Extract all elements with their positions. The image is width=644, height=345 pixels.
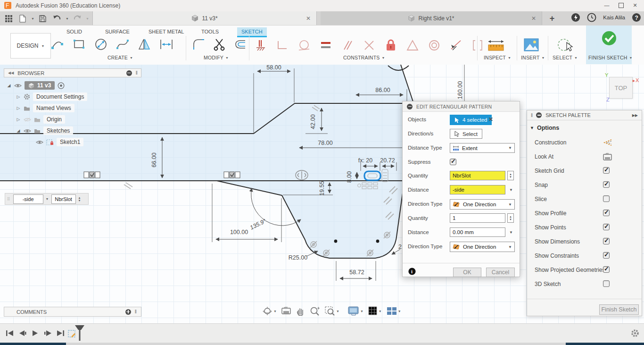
- collapsed-triangle-icon[interactable]: ▷: [16, 94, 21, 99]
- dim-mid-width[interactable]: 78.00: [318, 140, 332, 146]
- tangent-constraint-icon[interactable]: [298, 39, 310, 51]
- group-insert[interactable]: INSERT▼: [521, 55, 545, 60]
- maximize-button[interactable]: [614, 0, 628, 10]
- sketch-dimension-tool-icon[interactable]: [159, 38, 173, 51]
- show-constraints-checkbox[interactable]: [603, 252, 610, 259]
- dialog-minimize-icon[interactable]: [407, 104, 413, 109]
- group-select[interactable]: SELECT▼: [553, 55, 578, 60]
- dim-left-height[interactable]: 66.00: [151, 152, 157, 167]
- show-points-checkbox[interactable]: [603, 224, 610, 230]
- redo-icon[interactable]: [72, 13, 83, 24]
- clear-selection-icon[interactable]: ✕: [488, 116, 493, 123]
- sketch-canvas-area[interactable]: 58.00 86.00 160.00 42.00 78.00 66.00 19.…: [0, 65, 644, 323]
- lock-constraint-icon[interactable]: [385, 39, 397, 52]
- group-constraints[interactable]: CONSTRAINTS▼: [343, 55, 385, 60]
- equal-constraint-icon[interactable]: [320, 39, 332, 51]
- doc-tab-close-icon[interactable]: ✕: [531, 15, 536, 22]
- viewcube-face-label[interactable]: TOP: [615, 84, 627, 92]
- expand-triangle-icon[interactable]: ◢: [16, 128, 21, 133]
- user-name[interactable]: Kais Alila: [603, 15, 625, 20]
- rectangle-tool-icon[interactable]: [73, 38, 86, 51]
- collapsed-triangle-icon[interactable]: ▷: [16, 106, 21, 110]
- dim-fx-value[interactable]: fx: 20: [358, 157, 373, 164]
- dim-bottom-left-width[interactable]: 100.00: [230, 229, 248, 236]
- distance-type-select[interactable]: Extent ▼: [450, 143, 515, 153]
- symmetry-constraint-icon[interactable]: [471, 39, 484, 51]
- visibility-eye-icon[interactable]: [36, 140, 43, 145]
- timeline-play-button[interactable]: [29, 328, 41, 339]
- tab-sheet-metal[interactable]: SHEET METAL: [144, 27, 188, 36]
- dim-right-width[interactable]: 86.00: [375, 87, 390, 93]
- root-document-chip[interactable]: 11 v3: [25, 81, 55, 90]
- app-grid-menu-icon[interactable]: [3, 13, 14, 24]
- zoom-tool[interactable]: [310, 306, 320, 316]
- add-comment-icon[interactable]: [125, 309, 131, 315]
- file-menu-caret[interactable]: ▼: [31, 17, 34, 20]
- browser-item-sketches[interactable]: ◢ Sketches: [16, 126, 73, 136]
- perpendicular-constraint-icon[interactable]: [363, 39, 375, 51]
- chevron-down-icon[interactable]: ▼: [509, 188, 513, 192]
- expand-triangle-icon[interactable]: ◢: [7, 83, 11, 88]
- dim-corner-radius[interactable]: R25.00: [289, 254, 307, 261]
- distance-combo[interactable]: -side: [13, 194, 43, 204]
- dim-slot-height[interactable]: 8.00: [346, 171, 353, 183]
- quantity2-input[interactable]: 1: [450, 213, 505, 223]
- dim-step-height[interactable]: 42.00: [310, 114, 316, 129]
- timeline-step-forward-button[interactable]: [42, 328, 53, 339]
- doc-tab-inactive[interactable]: Right Side v1* ✕: [321, 11, 542, 25]
- objects-selected-chip[interactable]: 4 selected: [450, 115, 492, 125]
- measure-tool-icon[interactable]: [487, 39, 505, 53]
- group-create[interactable]: CREATE▼: [107, 55, 133, 60]
- pan-tool[interactable]: [296, 306, 305, 316]
- browser-item-document-settings[interactable]: ▷ Document Settings: [16, 92, 87, 102]
- smooth-constraint-icon[interactable]: [450, 39, 462, 51]
- notifications-clock-icon[interactable]: [587, 13, 596, 22]
- viewports-settings[interactable]: ▼: [387, 307, 401, 315]
- browser-root-row[interactable]: ◢ 11 v3: [7, 80, 65, 91]
- timeline-position-marker[interactable]: [74, 325, 85, 344]
- parallel-constraint-icon[interactable]: [341, 39, 354, 51]
- visibility-eye-icon[interactable]: [24, 128, 31, 134]
- circle-tool-icon[interactable]: [94, 38, 107, 51]
- tab-sketch[interactable]: SKETCH: [237, 27, 267, 37]
- quantity-stepper[interactable]: ▲▼: [78, 196, 81, 202]
- browser-collapse-icon[interactable]: ◀◀: [8, 71, 14, 75]
- dim-drop[interactable]: 19.55: [319, 181, 325, 195]
- display-settings[interactable]: ▼: [348, 306, 363, 316]
- file-menu-icon[interactable]: [17, 13, 28, 24]
- undo-icon[interactable]: [51, 13, 63, 24]
- dim-height-160[interactable]: 160.00: [457, 81, 463, 99]
- distance-input[interactable]: -side: [450, 185, 505, 194]
- quantity2-stepper[interactable]: ▲▼: [507, 213, 514, 223]
- palette-options-section[interactable]: ▼ Options: [530, 125, 559, 131]
- drag-handle[interactable]: ⠿: [7, 197, 11, 202]
- comments-pin-icon[interactable]: ‖: [135, 309, 136, 314]
- dialog-header[interactable]: EDIT RECTANGULAR PATTERN: [403, 101, 520, 112]
- palette-header[interactable]: ‖ SKETCH PALETTE ▶▶: [527, 110, 642, 120]
- browser-header[interactable]: ◀◀ BROWSER ‖: [4, 68, 141, 77]
- selected-slot[interactable]: [364, 171, 380, 180]
- select-direction-button[interactable]: Select: [450, 129, 482, 139]
- group-modify[interactable]: MODIFY▼: [204, 55, 229, 60]
- dim-slot-pitch[interactable]: 20.72: [380, 157, 395, 164]
- minimize-button[interactable]: —: [600, 0, 614, 10]
- snap-checkbox[interactable]: [603, 181, 610, 188]
- viewcube[interactable]: TOP: [609, 77, 633, 99]
- redo-caret[interactable]: ▼: [86, 17, 89, 20]
- timeline-settings-gear-icon[interactable]: [631, 329, 639, 337]
- dim-top-width[interactable]: 58.00: [266, 65, 281, 71]
- slice-checkbox[interactable]: [603, 195, 610, 202]
- trim-scissors-icon[interactable]: [213, 38, 226, 51]
- quantity-stepper[interactable]: ▲▼: [507, 171, 514, 180]
- direction-type-select[interactable]: One Direction ▼: [450, 199, 515, 210]
- show-profile-checkbox[interactable]: [603, 210, 610, 216]
- grid-snap-settings[interactable]: ▼: [368, 306, 382, 316]
- close-button[interactable]: ✕: [628, 0, 642, 10]
- look-at-tool[interactable]: [281, 307, 291, 315]
- browser-pin-icon[interactable]: ‖: [136, 70, 137, 76]
- timeline-go-to-end-button[interactable]: [55, 328, 66, 339]
- tab-surface[interactable]: SURFACE: [101, 27, 134, 36]
- undo-caret[interactable]: ▼: [66, 17, 69, 20]
- construction-icon[interactable]: [603, 139, 612, 148]
- new-tab-button[interactable]: +: [546, 12, 558, 25]
